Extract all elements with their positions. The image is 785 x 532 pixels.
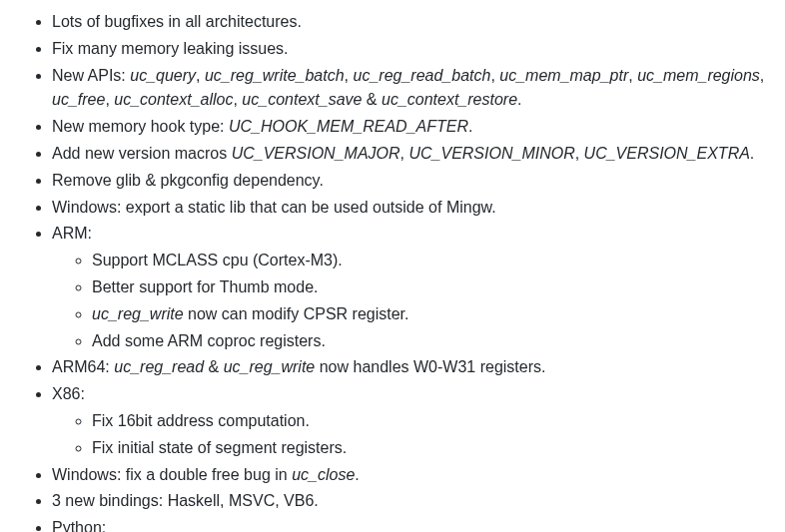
api-name: UC_HOOK_MEM_READ_AFTER — [229, 118, 468, 135]
api-name: uc_close — [292, 466, 355, 483]
item-text: New APIs: — [52, 67, 130, 84]
changelog-item: Windows: fix a double free bug in uc_clo… — [52, 463, 765, 488]
item-text: New memory hook type: — [52, 118, 229, 135]
item-text: Add new version macros — [52, 145, 232, 162]
changelog-sublist: Support MCLASS cpu (Cortex-M3).Better su… — [52, 249, 765, 353]
changelog-item: 3 new bindings: Haskell, MSVC, VB6. — [52, 489, 765, 514]
item-text: , — [575, 145, 584, 162]
changelog-item: Fix 16bit address computation. — [92, 409, 765, 434]
item-text: Windows: fix a double free bug in — [52, 466, 292, 483]
changelog-item: Support MCLASS cpu (Cortex-M3). — [92, 249, 765, 273]
api-name: UC_VERSION_EXTRA — [584, 145, 750, 162]
item-text: Fix 16bit address computation. — [92, 412, 310, 429]
changelog-item: ARM64: uc_reg_read & uc_reg_write now ha… — [52, 355, 765, 380]
changelog-item: Add new version macros UC_VERSION_MAJOR,… — [52, 142, 765, 167]
item-text: Windows: export a static lib that can be… — [52, 199, 496, 216]
item-text: Remove glib & pkgconfig dependency. — [52, 172, 324, 189]
item-text: X86: — [52, 385, 85, 402]
api-name: uc_reg_write — [92, 305, 184, 322]
changelog-item: uc_reg_write now can modify CPSR registe… — [92, 302, 765, 327]
api-name: uc_reg_read_batch — [354, 67, 491, 84]
api-name: uc_free — [52, 91, 105, 108]
api-name: uc_context_alloc — [114, 91, 233, 108]
item-text: ARM64: — [52, 358, 114, 375]
api-name: UC_VERSION_MAJOR — [232, 145, 400, 162]
item-text: Lots of bugfixes in all architectures. — [52, 13, 302, 30]
changelog-item: Windows: export a static lib that can be… — [52, 196, 765, 221]
api-name: uc_mem_regions — [637, 67, 760, 84]
item-text: Better support for Thumb mode. — [92, 278, 318, 295]
item-text: now can modify CPSR register. — [184, 305, 409, 322]
changelog-list: Lots of bugfixes in all architectures.Fi… — [20, 10, 765, 532]
changelog-item: Fix initial state of segment registers. — [92, 436, 765, 461]
item-text: & — [204, 358, 224, 375]
changelog-item: Remove glib & pkgconfig dependency. — [52, 169, 765, 194]
api-name: uc_context_restore — [382, 91, 517, 108]
changelog-item: Fix many memory leaking issues. — [52, 37, 765, 62]
api-name: uc_query — [130, 67, 196, 84]
changelog-item: X86:Fix 16bit address computation.Fix in… — [52, 382, 765, 460]
item-text: Add some ARM coproc registers. — [92, 332, 326, 349]
item-text: now handles W0-W31 registers. — [315, 358, 545, 375]
item-text: Fix initial state of segment registers. — [92, 439, 347, 456]
api-name: uc_mem_map_ptr — [499, 67, 628, 84]
item-text: Fix many memory leaking issues. — [52, 40, 289, 57]
changelog-item: Add some ARM coproc registers. — [92, 329, 765, 354]
changelog-item: Better support for Thumb mode. — [92, 275, 765, 300]
api-name: uc_reg_write_batch — [205, 67, 345, 84]
api-name: uc_reg_read — [114, 358, 204, 375]
api-name: UC_VERSION_MINOR — [408, 145, 574, 162]
changelog-sublist: Fix 16bit address computation.Fix initia… — [52, 409, 765, 461]
item-text: 3 new bindings: Haskell, MSVC, VB6. — [52, 492, 319, 509]
item-text: Support MCLASS cpu (Cortex-M3). — [92, 252, 343, 268]
api-name: uc_reg_write — [224, 358, 316, 375]
changelog-item: New APIs: uc_query, uc_reg_write_batch, … — [52, 64, 765, 114]
item-text: ARM: — [52, 225, 92, 242]
item-text: Python: — [52, 519, 106, 532]
item-text: . — [355, 466, 359, 483]
changelog-item: New memory hook type: UC_HOOK_MEM_READ_A… — [52, 115, 765, 140]
api-name: uc_context_save — [242, 91, 362, 108]
item-text: . — [468, 118, 472, 135]
item-text: . — [750, 145, 754, 162]
changelog-item: Python: — [52, 516, 765, 532]
changelog-item: Lots of bugfixes in all architectures. — [52, 10, 765, 35]
changelog-item: ARM:Support MCLASS cpu (Cortex-M3).Bette… — [52, 222, 765, 353]
